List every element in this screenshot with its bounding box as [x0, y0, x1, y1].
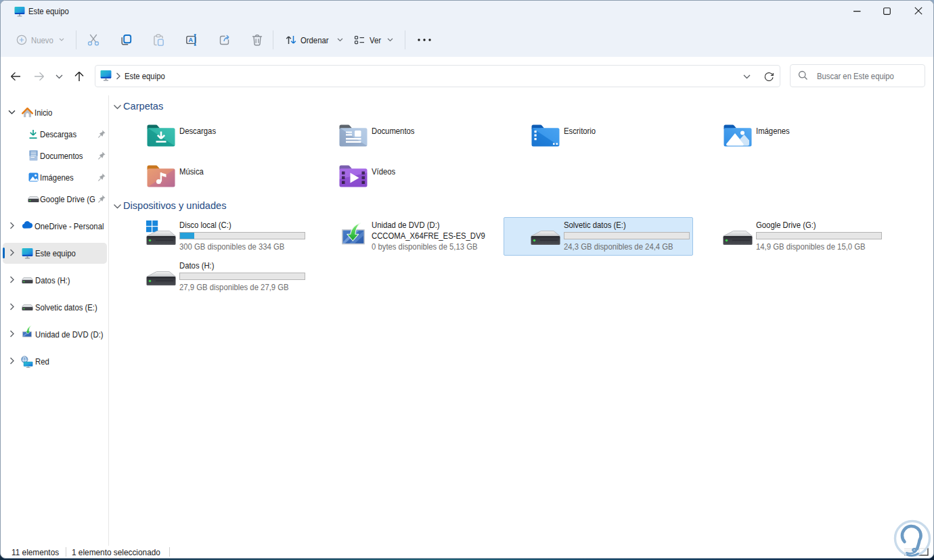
svg-text:A: A: [189, 37, 194, 43]
